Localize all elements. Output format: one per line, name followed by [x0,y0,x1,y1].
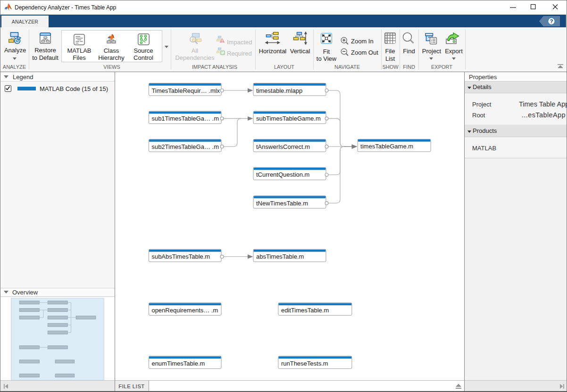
svg-text:tAnswerIsCorrect.m: tAnswerIsCorrect.m [256,143,310,150]
svg-text:sub2TimesTableGa… .m: sub2TimesTableGa… .m [151,143,219,150]
svg-text:enumTimesTable.m: enumTimesTable.m [151,360,205,367]
svg-text:tNewTimesTable.m: tNewTimesTable.m [256,200,308,207]
svg-text:subTimesTableGame.m: subTimesTableGame.m [256,115,321,122]
svg-text:timestable.mlapp: timestable.mlapp [256,87,302,94]
svg-text:sub1TimesTableGa… .m: sub1TimesTableGa… .m [151,115,219,122]
svg-text:editTimesTable.m: editTimesTable.m [281,307,329,314]
svg-text:TimesTableRequir… .mlx: TimesTableRequir… .mlx [151,87,220,94]
svg-text:timesTableGame.m: timesTableGame.m [360,143,413,150]
svg-text:?: ? [550,18,553,24]
svg-text:tCurrentQuestion.m: tCurrentQuestion.m [256,172,309,179]
svg-text:absTimesTable.m: absTimesTable.m [256,253,304,260]
svg-text:openRequirements… .m: openRequirements… .m [151,307,218,314]
svg-text:runTheseTests.m: runTheseTests.m [281,360,328,367]
svg-text:subAbsTimesTable.m: subAbsTimesTable.m [151,253,210,260]
